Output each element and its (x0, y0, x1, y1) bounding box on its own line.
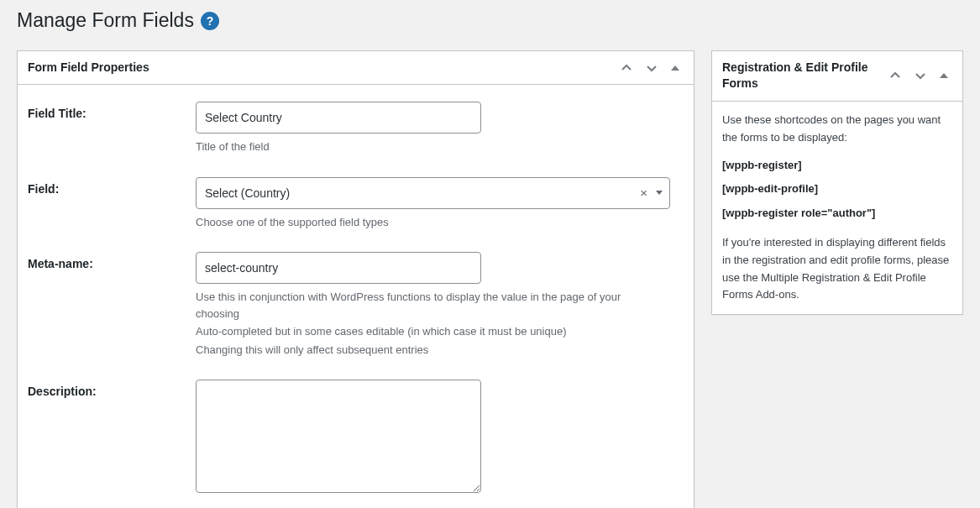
triangle-up-icon (670, 63, 680, 73)
shortcode: [wppb-edit-profile] (722, 181, 952, 198)
page-title: Manage Form Fields (17, 8, 194, 34)
caret-down-icon (656, 191, 663, 195)
registration-forms-box: Registration & Edit Profile Forms (711, 50, 963, 315)
help-meta-name-2: Auto-completed but in some cases editabl… (196, 323, 666, 340)
row-description: Description: (28, 380, 684, 495)
label-field-title: Field Title: (28, 102, 196, 120)
sidebar-postbox-header: Registration & Edit Profile Forms (712, 51, 962, 102)
help-meta-name-1: Use this in conjunction with WordPress f… (196, 289, 666, 322)
svg-marker-0 (671, 65, 679, 71)
help-field-title: Title of the field (196, 139, 666, 155)
row-meta-name: Meta-name: Use this in conjunction with … (28, 252, 684, 358)
help-icon[interactable]: ? (201, 12, 219, 30)
meta-name-input[interactable] (196, 252, 481, 284)
move-down-button[interactable] (642, 59, 662, 77)
shortcode: [wppb-register role="author"] (722, 205, 952, 223)
label-meta-name: Meta-name: (28, 252, 196, 270)
postbox-title: Form Field Properties (28, 51, 149, 85)
clear-icon[interactable]: × (640, 186, 647, 199)
field-type-select[interactable]: Select (Country) × (196, 177, 670, 209)
help-field-type: Choose one of the supported field types (196, 214, 666, 231)
sidebar-postbox-actions (885, 66, 952, 85)
chevron-down-icon (645, 62, 658, 74)
sidebar-postbox-title: Registration & Edit Profile Forms (722, 51, 882, 101)
shortcode: [wppb-register] (722, 157, 952, 175)
sidebar-move-up-button[interactable] (885, 66, 905, 85)
triangle-up-icon (939, 71, 949, 81)
toggle-panel-button[interactable] (667, 60, 684, 76)
svg-marker-1 (940, 73, 948, 78)
page-header: Manage Form Fields ? (17, 8, 963, 34)
sidebar-intro: Use these shortcodes on the pages you wa… (722, 112, 952, 147)
row-field-type: Field: Select (Country) × Choose one of … (28, 177, 684, 231)
sidebar-toggle-panel-button[interactable] (935, 67, 952, 84)
chevron-down-icon (914, 70, 927, 81)
label-field-type: Field: (28, 177, 196, 196)
sidebar-move-down-button[interactable] (910, 66, 930, 85)
label-description: Description: (28, 380, 196, 398)
row-field-title: Field Title: Title of the field (28, 102, 684, 155)
field-type-value: Select (Country) (205, 181, 640, 205)
description-textarea[interactable] (196, 380, 481, 493)
postbox-actions (616, 59, 684, 77)
chevron-up-icon (888, 70, 902, 81)
form-field-properties-box: Form Field Properties (17, 50, 694, 508)
field-title-input[interactable] (196, 102, 481, 134)
postbox-header: Form Field Properties (18, 51, 694, 86)
chevron-up-icon (620, 62, 633, 74)
help-meta-name-3: Changing this will only affect subsequen… (196, 342, 666, 359)
move-up-button[interactable] (616, 59, 637, 77)
sidebar-footer: If you're interested in displaying diffe… (722, 234, 952, 304)
